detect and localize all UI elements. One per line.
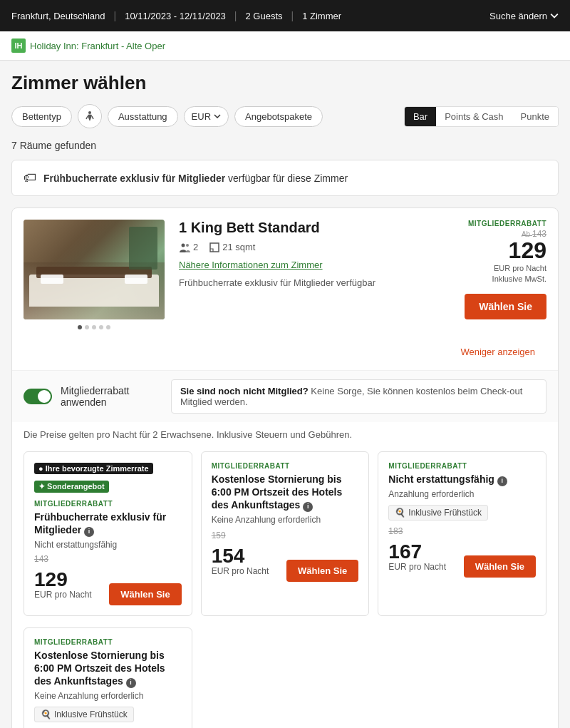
price-per-night: EUR pro Nacht Inklusive MwSt. — [492, 263, 546, 285]
size-icon — [209, 242, 219, 252]
rate-card-1-bottom: 129 EUR pro Nacht Wählen Sie — [34, 570, 182, 605]
rate-card-3-select[interactable]: Wählen Sie — [464, 555, 536, 578]
image-dots — [24, 325, 165, 329]
rate-card-1-title: Frühbucherrate exklusiv für Mitglieder i — [34, 511, 182, 537]
member-discount-toggle[interactable] — [24, 389, 52, 404]
rate-card-3-label: MITGLIEDERRABATT — [388, 462, 536, 470]
dates-text: 10/11/2023 - 12/11/2023 — [125, 11, 226, 21]
room-select-button[interactable]: Wählen Sie — [465, 294, 546, 319]
rate-card-4-label: MITGLIEDERRABATT — [34, 638, 182, 646]
current-price: 129 — [509, 239, 546, 262]
rate-card-3-title: Nicht erstattungsfähig i — [388, 473, 536, 486]
room-name: 1 King Bett Standard — [179, 220, 440, 236]
rate-card-1-subtitle: Nicht erstattungsfähig — [34, 540, 182, 550]
member-banner-icon: 🏷 — [24, 170, 36, 185]
guest-count: 2 — [179, 242, 198, 252]
svg-point-0 — [88, 111, 91, 114]
rate-toggle-group: Bar Points & Cash Punkte — [404, 106, 559, 127]
rate-card-1-original-price: 143 — [34, 554, 182, 564]
room-rate-description: Frühbucherrate exklusiv für Mitglieder v… — [179, 277, 440, 288]
rate-card-3-amenity-badge: 🍳 Inklusive Frühstück — [388, 505, 488, 521]
member-banner: 🏷 Frühbucherrate exklusiv für Mitglieder… — [11, 160, 559, 196]
room-details-link[interactable]: Nähere Informationen zum Zimmer — [179, 260, 440, 270]
rate-card-3-price: 167 — [388, 542, 446, 562]
svg-rect-3 — [210, 243, 219, 252]
rate-bar-button[interactable]: Bar — [405, 107, 436, 126]
rate-card-2-price: 154 — [212, 546, 269, 566]
rate-card-1-label: MITGLIEDERRABATT — [34, 500, 182, 508]
rate-card-2: MITGLIEDERRABATT Kostenlose Stornierung … — [201, 451, 370, 616]
special-badge: ✦ Sonderangebot — [34, 481, 109, 493]
filter-bar: Bettentyp Ausstattung EUR Angebotspakete… — [11, 104, 559, 128]
currency-selector[interactable]: EUR — [184, 106, 229, 127]
rate-card-2-label: MITGLIEDERRABATT — [212, 462, 359, 470]
rate-card-2-title: Kostenlose Stornierung bis 6:00 PM Ortsz… — [212, 473, 359, 512]
rate-card-4: MITGLIEDERRABATT Kostenlose Stornierung … — [24, 627, 192, 728]
rate-card-2-select[interactable]: Wählen Sie — [286, 560, 358, 582]
room-info: 1 King Bett Standard 2 — [179, 220, 440, 329]
room-image-area — [24, 220, 165, 329]
image-dot-3[interactable] — [92, 325, 96, 329]
image-dot-5[interactable] — [106, 325, 110, 329]
rate-card-1-price-sub: EUR pro Nacht — [34, 590, 92, 600]
location-text: Frankfurt, Deutschland — [11, 11, 105, 21]
rate-card-3-price-sub: EUR pro Nacht — [388, 562, 446, 572]
rate-card-1-price: 129 — [34, 570, 92, 590]
rate-card-1: ● Ihre bevorzugte Zimmerrate ✦ Sonderang… — [24, 451, 192, 616]
rooms-text: 1 Zimmer — [302, 11, 341, 21]
image-dot-1[interactable] — [78, 325, 82, 329]
accessibility-icon — [84, 111, 95, 122]
room-count: 7 Räume gefunden — [11, 140, 559, 151]
breadcrumb: IH Holiday Inn: Frankfurt - Alte Oper — [0, 31, 570, 61]
room-price-area: MITGLIEDERRABATT Ab 143 129 EUR pro Nach… — [454, 220, 546, 329]
image-dot-2[interactable] — [85, 325, 89, 329]
member-discount-label: MITGLIEDERRABATT — [468, 220, 546, 227]
rate-card-4-amenity-badge: 🍳 Inklusive Frühstück — [34, 707, 134, 722]
hotel-breadcrumb-link[interactable]: Holiday Inn: Frankfurt - Alte Oper — [30, 41, 165, 51]
rate-points-button[interactable]: Punkte — [512, 107, 558, 126]
room-meta: 2 21 sqmt — [179, 242, 440, 252]
preferred-badge: ● Ihre bevorzugte Zimmerrate — [34, 463, 153, 474]
rate-card-4-cancel: Keine Anzahlung erforderlich — [34, 691, 182, 701]
room-size: 21 sqmt — [209, 242, 255, 252]
hotel-logo: IH — [11, 39, 26, 53]
top-bar: Frankfurt, Deutschland | 10/11/2023 - 12… — [0, 0, 570, 31]
info-icon-2[interactable]: i — [303, 502, 313, 512]
member-note: Sie sind noch nicht Mitglied? Keine Sorg… — [171, 379, 546, 414]
accessibility-filter[interactable] — [78, 104, 102, 128]
rate-card-1-select[interactable]: Wählen Sie — [109, 583, 181, 605]
rate-card-4-title: Kostenlose Stornierung bis 6:00 PM Ortsz… — [34, 649, 182, 688]
svg-point-2 — [186, 244, 189, 247]
bed-type-filter[interactable]: Bettentyp — [11, 106, 72, 127]
page-title: Zimmer wählen — [11, 72, 559, 94]
search-change-button[interactable]: Suche ändern — [489, 11, 559, 21]
info-icon-3[interactable]: i — [497, 476, 507, 486]
guests-icon — [179, 242, 190, 252]
packages-filter[interactable]: Angebotspakete — [234, 106, 323, 127]
rate-points-cash-button[interactable]: Points & Cash — [436, 107, 512, 126]
info-icon-4[interactable]: i — [126, 678, 136, 688]
rate-card-3: MITGLIEDERRABATT Nicht erstattungsfähig … — [378, 451, 546, 616]
rate-card-4-wrapper: MITGLIEDERRABATT Kostenlose Stornierung … — [12, 627, 558, 728]
rate-card-2-original-price: 159 — [212, 530, 359, 540]
page-content: Zimmer wählen Bettentyp Ausstattung EUR … — [0, 61, 570, 728]
member-discount-toggle-label: Mitgliederrabatt anwenden — [61, 385, 162, 408]
member-banner-text: Frühbucherrate exklusiv für Mitglieder v… — [43, 173, 348, 184]
image-dot-4[interactable] — [99, 325, 103, 329]
rate-card-3-original-price: 183 — [388, 526, 536, 536]
amenities-filter[interactable]: Ausstattung — [108, 106, 178, 127]
svg-point-1 — [182, 243, 185, 247]
rate-card-3-cancel: Anzahlung erforderlich — [388, 489, 536, 499]
room-card-inner: 1 King Bett Standard 2 — [12, 208, 558, 341]
rate-card-2-price-sub: EUR pro Nacht — [212, 566, 269, 576]
rate-card-2-cancel: Keine Anzahlung erforderlich — [212, 515, 359, 525]
member-toggle-row: Mitgliederrabatt anwenden Sie sind noch … — [12, 370, 558, 422]
rate-cards-grid: ● Ihre bevorzugte Zimmerrate ✦ Sonderang… — [12, 451, 558, 627]
info-icon-1[interactable]: i — [84, 527, 94, 537]
less-link[interactable]: Weniger anzeigen — [24, 341, 546, 366]
chevron-down-icon — [550, 11, 559, 20]
room-image — [24, 220, 165, 319]
rate-card-3-bottom: 167 EUR pro Nacht Wählen Sie — [388, 542, 536, 578]
rate-card-2-bottom: 154 EUR pro Nacht Wählen Sie — [212, 546, 359, 582]
guests-text: 2 Guests — [245, 11, 282, 21]
